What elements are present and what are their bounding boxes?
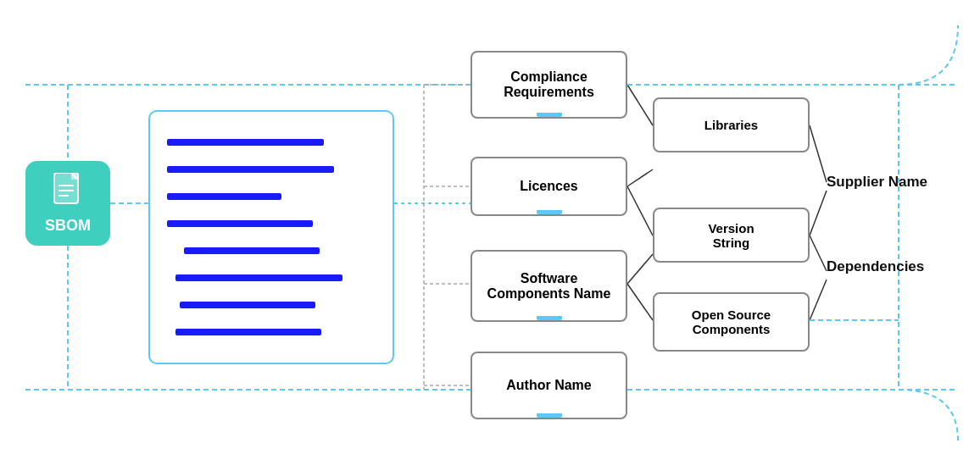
doc-line (175, 329, 321, 335)
svg-line-18 (810, 236, 827, 271)
doc-line (167, 220, 313, 227)
doc-line (167, 139, 324, 146)
mid-box-software-components: SoftwareComponents Name (471, 250, 627, 322)
right-box-open-source: Open SourceComponents (653, 292, 810, 352)
svg-line-11 (627, 85, 653, 125)
doc-line (167, 193, 281, 200)
diagram-container: SBOM ComplianceRequirements Licences Sof… (0, 0, 980, 471)
svg-line-13 (627, 186, 653, 236)
right-box-libraries: Libraries (653, 97, 810, 152)
version-string-label: VersionString (708, 221, 754, 250)
svg-rect-24 (71, 173, 78, 180)
svg-line-19 (810, 280, 827, 320)
supplier-name-label: Supplier Name (827, 174, 927, 191)
sbom-icon (53, 173, 83, 213)
dependencies-label: Dependencies (827, 258, 924, 275)
svg-line-15 (627, 284, 653, 320)
licences-label: Licences (520, 179, 577, 194)
open-source-label: Open SourceComponents (692, 308, 771, 336)
mid-box-licences: Licences (471, 157, 627, 216)
software-components-label: SoftwareComponents Name (487, 271, 611, 302)
doc-line (184, 247, 320, 254)
svg-line-17 (810, 191, 827, 236)
doc-line (175, 274, 342, 281)
doc-line (167, 166, 334, 173)
mid-box-author: Author Name (471, 352, 627, 419)
compliance-label: ComplianceRequirements (504, 69, 594, 100)
right-box-version-string: VersionString (653, 208, 810, 263)
author-label: Author Name (506, 378, 591, 393)
mid-box-compliance: ComplianceRequirements (471, 51, 627, 119)
sbom-label: SBOM (45, 217, 91, 235)
libraries-label: Libraries (704, 118, 758, 132)
doc-area (148, 110, 394, 364)
svg-line-16 (810, 125, 827, 182)
svg-line-14 (627, 254, 653, 284)
sbom-box: SBOM (25, 161, 110, 246)
svg-line-12 (627, 169, 653, 186)
doc-line (180, 302, 315, 308)
